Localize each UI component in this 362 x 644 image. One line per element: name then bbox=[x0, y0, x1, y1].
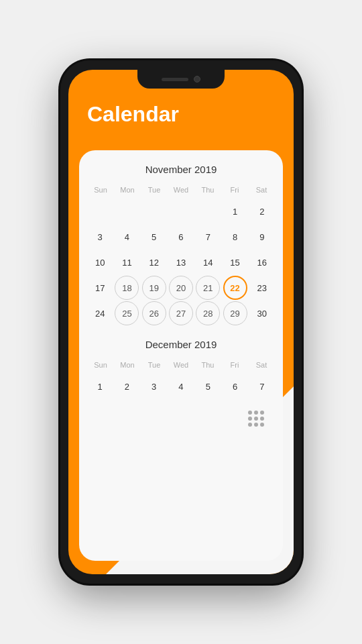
calendar-day[interactable]: 7 bbox=[250, 374, 274, 398]
notch bbox=[137, 70, 225, 89]
november-day-headers: Sun Mon Tue Wed Thu Fri Sat bbox=[87, 184, 275, 195]
calendar-day[interactable]: 27 bbox=[169, 301, 193, 325]
dec-header-sun: Sun bbox=[87, 360, 114, 370]
calendar-day[interactable]: 1 bbox=[223, 199, 247, 223]
calendar-day[interactable]: 2 bbox=[115, 374, 139, 398]
grid-dot bbox=[248, 411, 252, 415]
calendar-day[interactable]: 9 bbox=[250, 225, 274, 249]
calendar-day[interactable]: 15 bbox=[223, 250, 247, 274]
calendar-day[interactable]: 20 bbox=[169, 276, 193, 300]
nov-header-thu: Thu bbox=[194, 184, 221, 195]
grid-dot bbox=[254, 417, 258, 421]
december-grid: 1234567 bbox=[87, 374, 275, 398]
dec-header-tue: Tue bbox=[141, 360, 168, 370]
calendar-day[interactable]: 6 bbox=[223, 374, 247, 398]
nov-header-mon: Mon bbox=[114, 184, 141, 195]
calendar-day[interactable]: 2 bbox=[250, 199, 274, 223]
calendar-day[interactable]: 18 bbox=[115, 276, 139, 300]
calendar-day[interactable]: 6 bbox=[169, 225, 193, 249]
dec-header-fri: Fri bbox=[221, 360, 248, 370]
november-title: November 2019 bbox=[87, 164, 275, 175]
dec-header-thu: Thu bbox=[194, 360, 221, 370]
grid-menu-icon[interactable] bbox=[248, 411, 264, 427]
calendar-day[interactable]: 4 bbox=[169, 374, 193, 398]
nov-header-wed: Wed bbox=[168, 184, 194, 195]
calendar-day bbox=[115, 199, 139, 223]
calendar-day[interactable]: 11 bbox=[115, 250, 139, 274]
dec-header-mon: Mon bbox=[114, 360, 141, 370]
grid-dot bbox=[260, 411, 264, 415]
grid-dot bbox=[254, 423, 258, 427]
calendar-day[interactable]: 10 bbox=[88, 250, 112, 274]
calendar-day[interactable]: 17 bbox=[88, 276, 112, 300]
calendar-day[interactable]: 23 bbox=[250, 276, 274, 300]
december-day-headers: Sun Mon Tue Wed Thu Fri Sat bbox=[87, 360, 275, 370]
calendar-day[interactable]: 26 bbox=[142, 301, 166, 325]
calendar-day[interactable]: 13 bbox=[169, 250, 193, 274]
dec-header-wed: Wed bbox=[168, 360, 194, 370]
calendar-day[interactable]: 30 bbox=[250, 301, 274, 325]
calendar-day[interactable]: 5 bbox=[142, 225, 166, 249]
calendar-day[interactable]: 14 bbox=[196, 250, 220, 274]
dec-header-sat: Sat bbox=[248, 360, 275, 370]
grid-dot bbox=[260, 417, 264, 421]
calendar-day[interactable]: 7 bbox=[196, 225, 220, 249]
phone-screen: Calendar November 2019 Sun Mon Tue Wed T… bbox=[68, 70, 294, 574]
notch-speaker bbox=[162, 78, 188, 81]
nov-header-sun: Sun bbox=[87, 184, 114, 195]
calendar-day bbox=[169, 199, 193, 223]
phone-outer: Calendar November 2019 Sun Mon Tue Wed T… bbox=[60, 60, 302, 584]
notch-camera bbox=[194, 76, 200, 83]
calendar-day[interactable]: 21 bbox=[196, 276, 220, 300]
calendar-day bbox=[88, 199, 112, 223]
calendar-day bbox=[196, 199, 220, 223]
calendar-day[interactable]: 5 bbox=[196, 374, 220, 398]
nov-header-fri: Fri bbox=[221, 184, 248, 195]
grid-dot bbox=[248, 423, 252, 427]
grid-dot bbox=[248, 417, 252, 421]
grid-dot bbox=[254, 411, 258, 415]
calendar-day[interactable]: 4 bbox=[115, 225, 139, 249]
december-title: December 2019 bbox=[87, 339, 275, 350]
calendar-day[interactable]: 25 bbox=[115, 301, 139, 325]
calendar-day[interactable]: 12 bbox=[142, 250, 166, 274]
calendar-day[interactable]: 19 bbox=[142, 276, 166, 300]
nov-header-sat: Sat bbox=[248, 184, 275, 195]
november-grid: 1234567891011121314151617181920212223242… bbox=[87, 199, 275, 325]
calendar-card: November 2019 Sun Mon Tue Wed Thu Fri Sa… bbox=[79, 150, 283, 561]
calendar-day[interactable]: 28 bbox=[196, 301, 220, 325]
calendar-day[interactable]: 1 bbox=[88, 374, 112, 398]
calendar-day[interactable]: 22 bbox=[223, 276, 247, 300]
calendar-day[interactable]: 29 bbox=[223, 301, 247, 325]
calendar-day[interactable]: 8 bbox=[223, 225, 247, 249]
grid-dot bbox=[260, 423, 264, 427]
calendar-day bbox=[142, 199, 166, 223]
nov-header-tue: Tue bbox=[141, 184, 168, 195]
calendar-day[interactable]: 3 bbox=[142, 374, 166, 398]
calendar-day[interactable]: 16 bbox=[250, 250, 274, 274]
calendar-day[interactable]: 24 bbox=[88, 301, 112, 325]
calendar-day[interactable]: 3 bbox=[88, 225, 112, 249]
page-title: Calendar bbox=[87, 102, 179, 127]
bottom-bar bbox=[87, 405, 275, 429]
